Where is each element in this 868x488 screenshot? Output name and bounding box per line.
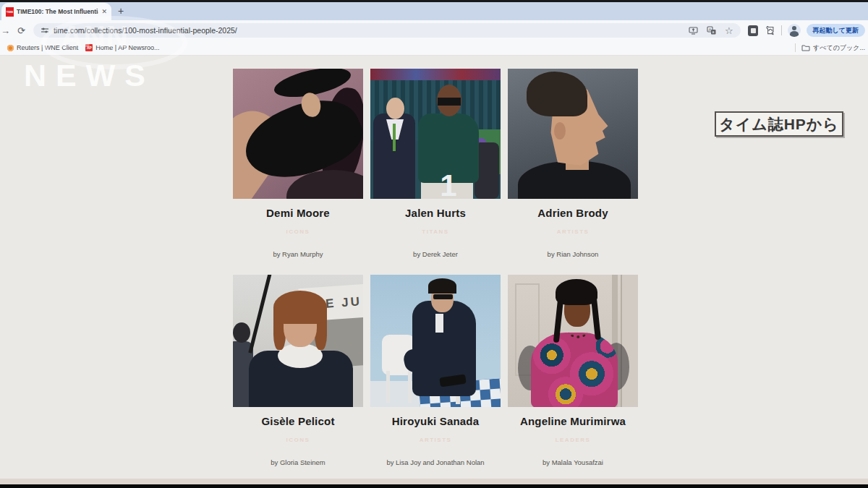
all-bookmarks-label: すべてのブック... (813, 43, 865, 53)
broadcast-caption: タイム誌HPから (715, 111, 843, 137)
photo-shape (527, 72, 587, 116)
reload-icon[interactable]: ⟳ (14, 25, 29, 36)
tune-icon (41, 26, 49, 35)
person-card-angeline-murimirwa[interactable]: Angeline Murimirwa LEADERS by Malala You… (508, 275, 638, 466)
photo-hiroyuki-sanada[interactable] (370, 275, 501, 407)
svg-text:a: a (712, 30, 715, 34)
person-name[interactable]: Angeline Murimirwa (508, 415, 638, 427)
photo-shape (248, 275, 273, 354)
bookmark-ap[interactable]: AP Home | AP Newsroo... (85, 44, 159, 51)
photo-shape: 1 (418, 114, 479, 183)
send-to-device-icon[interactable] (689, 26, 698, 35)
people-row-1: Demi Moore ICONS by Ryan Murphy (233, 69, 645, 258)
person-category: LEADERS (508, 437, 638, 443)
browser-tab[interactable]: TIME TIME100: The Most Influential P... … (1, 3, 111, 20)
photo-shape (433, 294, 453, 299)
toolbar-divider (781, 25, 782, 35)
extensions-puzzle-icon[interactable] (765, 25, 775, 36)
person-card-hiroyuki-sanada[interactable]: Hiroyuki Sanada ARTISTS by Lisa Joy and … (370, 275, 501, 466)
photo-shape (386, 98, 404, 119)
bookmarks-bar: Reuters | WNE Client AP Home | AP Newsro… (0, 40, 868, 56)
person-category: TITANS (370, 228, 501, 235)
photo-demi-moore[interactable] (233, 69, 363, 199)
bookmarks-divider (795, 43, 796, 52)
photo-shape (569, 325, 587, 338)
person-category: ARTISTS (370, 437, 501, 443)
person-name[interactable]: Adrien Brody (508, 207, 638, 219)
photo-shape (370, 69, 501, 80)
browser-tab-strip: TIME TIME100: The Most Influential P... … (0, 2, 868, 20)
bottom-black-bar (0, 484, 868, 488)
folder-icon (801, 44, 810, 51)
photo-shape (278, 343, 323, 368)
bookmark-label: Home | AP Newsroo... (95, 44, 159, 51)
photo-shape (621, 275, 638, 407)
restart-update-button[interactable]: 再起動して更新 (807, 24, 865, 37)
photo-adrien-brody[interactable] (508, 69, 638, 199)
person-byline: by Gloria Steinem (233, 458, 363, 466)
bookmark-label: Reuters | WNE Client (17, 44, 78, 51)
tv-frame: TIME TIME100: The Most Influential P... … (0, 0, 868, 488)
pinned-extension-icon[interactable] (748, 25, 759, 36)
all-bookmarks-button[interactable]: すべてのブック... (795, 40, 865, 55)
bookmark-star-icon[interactable]: ☆ (725, 26, 733, 35)
new-tab-button[interactable]: + (118, 5, 124, 17)
person-byline: by Derek Jeter (370, 250, 501, 258)
tab-close-icon[interactable]: ✕ (101, 8, 107, 15)
photo-gisele-pelicot[interactable]: DE JU (233, 275, 363, 407)
forward-icon[interactable]: → (0, 25, 14, 36)
photo-shape (435, 314, 443, 333)
person-byline: by Ryan Murphy (233, 250, 363, 258)
jersey-number: 1 (418, 168, 479, 199)
person-category: ICONS (233, 228, 363, 235)
photo-shape (408, 371, 412, 403)
reuters-icon (7, 45, 14, 51)
person-byline: by Rian Johnson (508, 250, 638, 258)
photo-shape (531, 333, 618, 407)
photo-shape (393, 124, 396, 151)
person-category: ICONS (233, 437, 363, 443)
tab-title: TIME100: The Most Influential P... (17, 8, 98, 15)
person-name[interactable]: Jalen Hurts (370, 207, 501, 219)
url-text: time.com/collections/100-most-influentia… (54, 26, 680, 35)
person-card-jalen-hurts[interactable]: 1 Jalen Hurts TITANS by Derek Jeter (370, 69, 501, 258)
bookmark-reuters[interactable]: Reuters | WNE Client (7, 44, 78, 51)
bottom-strip (0, 479, 868, 484)
person-name[interactable]: Gisèle Pelicot (233, 415, 363, 427)
person-card-gisele-pelicot[interactable]: DE JU Gisèle Pelicot ICONS by Gloria Ste… (233, 275, 363, 466)
photo-shape (554, 122, 566, 140)
profile-avatar[interactable] (788, 24, 801, 37)
photo-jalen-hurts[interactable]: 1 (370, 69, 501, 199)
people-row-2: DE JU Gisèle Pelicot ICONS by Gloria Ste… (233, 275, 645, 466)
person-name[interactable]: Hiroyuki Sanada (370, 415, 501, 427)
address-bar[interactable]: time.com/collections/100-most-influentia… (33, 23, 741, 38)
photo-shape (428, 278, 456, 294)
photo-shape (233, 322, 250, 343)
person-category: ARTISTS (508, 228, 638, 235)
person-byline: by Lisa Joy and Jonathan Nolan (370, 458, 501, 466)
photo-shape (273, 291, 327, 324)
person-name[interactable]: Demi Moore (233, 207, 363, 219)
person-card-demi-moore[interactable]: Demi Moore ICONS by Ryan Murphy (233, 69, 363, 258)
browser-toolbar: → ⟳ time.com/collections/100-most-influe… (0, 20, 868, 40)
person-byline: by Malala Yousafzai (508, 458, 638, 466)
photo-angeline-murimirwa[interactable] (508, 275, 638, 407)
photo-shape (386, 371, 390, 403)
translate-icon[interactable]: A a (707, 26, 716, 35)
time-favicon: TIME (6, 7, 14, 17)
ap-icon: AP (85, 44, 93, 51)
photo-shape (556, 279, 597, 305)
photo-shape (438, 98, 461, 106)
person-card-adrien-brody[interactable]: Adrien Brody ARTISTS by Rian Johnson (508, 69, 638, 258)
